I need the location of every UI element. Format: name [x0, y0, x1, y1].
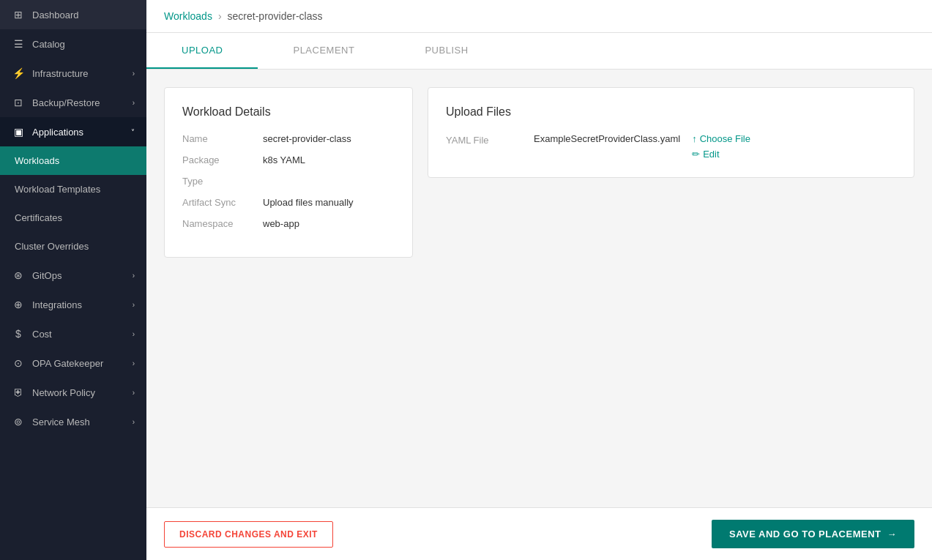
content-area: Workload Details Name secret-provider-cl… — [146, 70, 932, 507]
chevron-down-icon: ˅ — [131, 128, 135, 136]
save-button[interactable]: SAVE AND GO TO PLACEMENT → — [712, 520, 914, 548]
sidebar-item-catalog[interactable]: ☰ Catalog — [0, 29, 146, 59]
chevron-right-icon: › — [133, 70, 135, 78]
service-mesh-icon: ⊚ — [12, 416, 25, 428]
sidebar-item-gitops[interactable]: ⊛ GitOps › — [0, 261, 146, 290]
chevron-right-icon: › — [133, 359, 135, 367]
gitops-icon: ⊛ — [12, 269, 25, 281]
sidebar-item-label: OPA Gatekeeper — [32, 358, 103, 369]
sidebar-item-label: Backup/Restore — [32, 97, 100, 108]
sidebar-item-integrations[interactable]: ⊕ Integrations › — [0, 290, 146, 319]
chevron-right-icon: › — [133, 418, 135, 426]
yaml-file-label: YAML File — [446, 133, 534, 146]
header: Workloads › secret-provider-class — [146, 0, 932, 33]
sidebar-item-label: Service Mesh — [32, 417, 90, 428]
tab-publish[interactable]: PUBLISH — [389, 33, 503, 69]
sidebar-item-label: Workload Templates — [15, 184, 100, 195]
sidebar-item-infrastructure[interactable]: ⚡ Infrastructure › — [0, 59, 146, 88]
detail-value-package: k8s YAML — [263, 154, 305, 165]
sidebar-item-label: Network Policy — [32, 387, 95, 398]
breadcrumb-separator: › — [218, 10, 222, 22]
backup-icon: ⊡ — [12, 97, 25, 108]
detail-label-artifact-sync: Artifact Sync — [182, 197, 263, 208]
choose-file-button[interactable]: ↑ Choose File — [692, 133, 750, 144]
arrow-right-icon: → — [887, 529, 898, 540]
yaml-filename: ExampleSecretProviderClass.yaml — [534, 133, 680, 144]
discard-button[interactable]: DISCARD CHANGES AND EXIT — [164, 521, 333, 548]
detail-label-name: Name — [182, 133, 263, 144]
sidebar: ⊞ Dashboard ☰ Catalog ⚡ Infrastructure ›… — [0, 0, 146, 560]
integrations-icon: ⊕ — [12, 299, 25, 310]
sidebar-item-service-mesh[interactable]: ⊚ Service Mesh › — [0, 407, 146, 436]
detail-label-type: Type — [182, 176, 263, 187]
infrastructure-icon: ⚡ — [12, 67, 25, 79]
sidebar-item-label: Integrations — [32, 299, 82, 310]
detail-row-namespace: Namespace web-app — [182, 218, 395, 229]
sidebar-item-label: Workloads — [15, 155, 59, 166]
footer: DISCARD CHANGES AND EXIT SAVE AND GO TO … — [146, 507, 932, 560]
detail-row-package: Package k8s YAML — [182, 154, 395, 165]
sidebar-item-backup-restore[interactable]: ⊡ Backup/Restore › — [0, 88, 146, 117]
sidebar-item-label: Cluster Overrides — [15, 241, 89, 252]
sidebar-item-label: Dashboard — [32, 10, 79, 20]
detail-row-type: Type — [182, 176, 395, 187]
catalog-icon: ☰ — [12, 38, 25, 50]
sidebar-item-certificates[interactable]: Certificates — [0, 204, 146, 232]
file-actions: ↑ Choose File ✏ Edit — [692, 133, 750, 160]
sidebar-item-workloads[interactable]: Workloads — [0, 146, 146, 175]
detail-value-name: secret-provider-class — [263, 133, 351, 144]
edit-icon: ✏ — [692, 149, 700, 160]
detail-row-name: Name secret-provider-class — [182, 133, 395, 144]
breadcrumb-current: secret-provider-class — [228, 10, 323, 22]
dashboard-icon: ⊞ — [12, 9, 25, 20]
sidebar-item-dashboard[interactable]: ⊞ Dashboard — [0, 0, 146, 29]
tab-upload[interactable]: UPLOAD — [146, 33, 258, 69]
chevron-right-icon: › — [133, 389, 135, 397]
sidebar-item-label: Certificates — [15, 212, 62, 223]
tab-placement[interactable]: PLACEMENT — [258, 33, 389, 69]
sidebar-item-workload-templates[interactable]: Workload Templates — [0, 175, 146, 204]
upload-files-card: Upload Files YAML File ExampleSecretProv… — [428, 87, 914, 178]
main-content: Workloads › secret-provider-class UPLOAD… — [146, 0, 932, 560]
sidebar-item-label: Infrastructure — [32, 68, 89, 79]
sidebar-item-label: GitOps — [32, 270, 61, 281]
sidebar-item-label: Catalog — [32, 39, 65, 50]
chevron-right-icon: › — [133, 330, 135, 338]
detail-label-namespace: Namespace — [182, 218, 263, 229]
upload-files-title: Upload Files — [446, 105, 896, 119]
sidebar-item-opa-gatekeeper[interactable]: ⊙ OPA Gatekeeper › — [0, 348, 146, 378]
opa-icon: ⊙ — [12, 357, 25, 369]
detail-row-artifact-sync: Artifact Sync Upload files manually — [182, 197, 395, 208]
sidebar-item-network-policy[interactable]: ⛨ Network Policy › — [0, 378, 146, 407]
detail-label-package: Package — [182, 154, 263, 165]
sidebar-item-cluster-overrides[interactable]: Cluster Overrides — [0, 232, 146, 261]
chevron-right-icon: › — [133, 99, 135, 107]
applications-icon: ▣ — [12, 126, 25, 138]
breadcrumb-parent-link[interactable]: Workloads — [164, 10, 212, 22]
chevron-right-icon: › — [133, 301, 135, 309]
network-policy-icon: ⛨ — [12, 387, 25, 398]
sidebar-item-cost[interactable]: $ Cost › — [0, 319, 146, 348]
yaml-file-row: YAML File ExampleSecretProviderClass.yam… — [446, 133, 896, 160]
sidebar-item-label: Applications — [32, 127, 83, 138]
sidebar-item-applications[interactable]: ▣ Applications ˅ — [0, 117, 146, 146]
workload-details-title: Workload Details — [182, 105, 395, 119]
chevron-right-icon: › — [133, 272, 135, 280]
upload-icon: ↑ — [692, 133, 697, 144]
save-label: SAVE AND GO TO PLACEMENT — [729, 529, 881, 540]
detail-value-artifact-sync: Upload files manually — [263, 197, 354, 208]
cost-icon: $ — [12, 328, 25, 340]
detail-value-namespace: web-app — [263, 218, 299, 229]
tabs-bar: UPLOAD PLACEMENT PUBLISH — [146, 33, 932, 70]
edit-button[interactable]: ✏ Edit — [692, 149, 719, 160]
sidebar-item-label: Cost — [32, 329, 52, 340]
workload-details-card: Workload Details Name secret-provider-cl… — [164, 87, 413, 258]
